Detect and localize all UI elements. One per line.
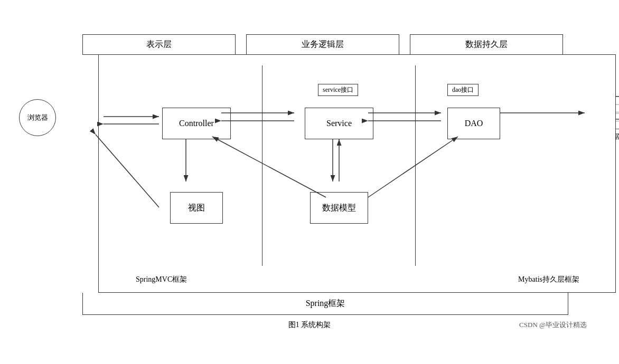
diagram-wrapper: 表示层 业务逻辑层 数据持久层 浏览器: [32, 34, 587, 330]
main-frame: Controller 视图 SpringMVC框架 service接口: [98, 54, 616, 293]
mybatis-label: Mybatis持久层框架: [518, 275, 579, 284]
main-area: 浏览器 数据库: [67, 54, 584, 293]
service-box: Service: [305, 108, 373, 139]
caption-credit: CSDN @毕业设计精选: [519, 320, 587, 330]
springmvc-label: SpringMVC框架: [136, 275, 187, 284]
presentation-layer-label: 表示层: [82, 34, 236, 55]
section-mvc: Controller 视图 SpringMVC框架: [109, 65, 262, 266]
data-model-box: 数据模型: [310, 192, 368, 224]
spring-frame-box: Spring框架: [82, 293, 568, 315]
service-interface-label: service接口: [318, 84, 358, 96]
browser-circle: 浏览器: [19, 99, 56, 136]
dao-interface-label: dao接口: [447, 84, 479, 96]
view-box: 视图: [170, 192, 223, 224]
business-layer-label: 业务逻辑层: [246, 34, 399, 55]
controller-box: Controller: [162, 108, 231, 139]
section-dao: dao接口 DAO Mybatis持久层框架: [416, 65, 595, 266]
sections-row: Controller 视图 SpringMVC框架 service接口: [109, 65, 605, 266]
dao-box: DAO: [447, 108, 500, 139]
caption: 图1 系统构架 CSDN @毕业设计精选: [32, 320, 587, 330]
top-layers: 表示层 业务逻辑层 数据持久层: [82, 34, 568, 55]
persistence-layer-label: 数据持久层: [410, 34, 563, 55]
section-middle: service接口 Service 数据模型: [262, 65, 416, 266]
